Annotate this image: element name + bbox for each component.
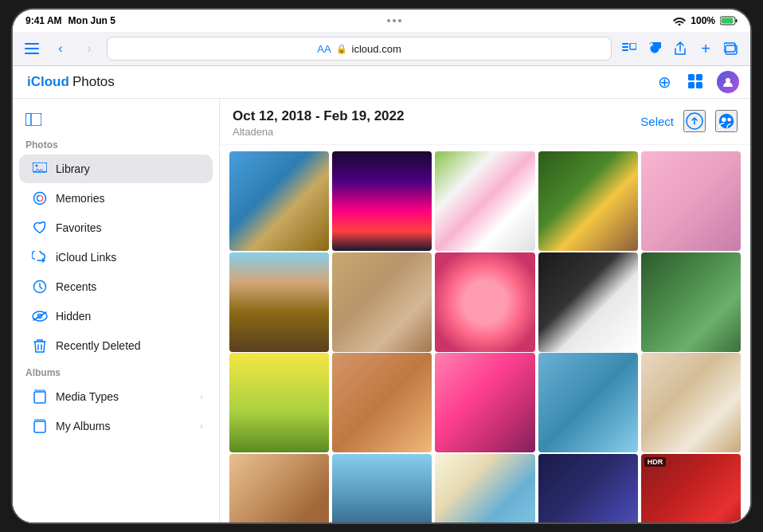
icloud-topbar-right: ⊕ — [653, 71, 739, 93]
photo-cell[interactable] — [229, 151, 329, 251]
photo-cell[interactable] — [641, 151, 741, 251]
icloud-links-icon — [32, 249, 48, 265]
my-albums-icon — [32, 418, 48, 434]
photo-cell[interactable] — [435, 454, 534, 525]
tabs-button[interactable] — [720, 37, 742, 60]
svg-rect-5 — [25, 53, 39, 54]
sidebar-item-my-albums[interactable]: My Albums › — [19, 412, 213, 440]
header-actions: Select — [640, 108, 738, 132]
icloud-topbar: iCloud Photos ⊕ — [13, 66, 750, 99]
svg-rect-7 — [622, 46, 628, 48]
hidden-label: Hidden — [56, 310, 203, 323]
photo-cell[interactable] — [435, 353, 534, 452]
library-label: Library — [56, 162, 203, 175]
icloud-app: iCloud Photos ⊕ — [13, 66, 750, 524]
battery-percent: 100% — [691, 15, 715, 26]
add-button[interactable]: ⊕ — [653, 71, 675, 93]
photo-cell[interactable] — [229, 454, 329, 525]
my-albums-chevron: › — [200, 421, 203, 432]
photo-cell[interactable] — [332, 353, 432, 452]
sidebar-item-hidden[interactable]: Hidden — [19, 302, 213, 331]
svg-rect-14 — [688, 82, 695, 88]
aa-label: AA — [317, 43, 331, 55]
svg-rect-25 — [34, 392, 45, 403]
photo-cell[interactable] — [641, 252, 741, 352]
browser-chrome: ‹ › AA 🔒 icloud.com — [13, 32, 750, 66]
photo-cell[interactable] — [435, 151, 534, 251]
main-area: Photos Library — [13, 99, 750, 524]
photo-cell[interactable] — [538, 454, 638, 525]
sidebar-item-media-types[interactable]: Media Types › — [19, 382, 213, 411]
svg-point-20 — [36, 165, 38, 167]
svg-point-30 — [727, 118, 731, 122]
svg-point-28 — [719, 114, 734, 128]
sidebar-item-favorites[interactable]: Favorites — [19, 213, 213, 242]
svg-rect-9 — [630, 43, 636, 49]
reload-button[interactable] — [644, 37, 666, 60]
user-avatar[interactable] — [717, 71, 739, 93]
reader-button[interactable] — [618, 37, 640, 60]
my-albums-label: My Albums — [56, 420, 192, 432]
photo-cell[interactable] — [538, 151, 638, 251]
photos-section-label: Photos — [13, 133, 219, 154]
memories-label: Memories — [56, 192, 203, 205]
recently-deleted-label: Recently Deleted — [56, 339, 203, 352]
svg-point-21 — [34, 193, 46, 205]
memories-icon — [32, 190, 48, 206]
recently-deleted-icon — [32, 338, 48, 354]
svg-rect-15 — [696, 82, 702, 88]
photo-cell-hdr[interactable]: HDR — [641, 454, 741, 525]
brand-name: iCloud — [27, 74, 69, 90]
header-left: Oct 12, 2018 - Feb 19, 2022 Altadena — [233, 108, 404, 138]
share-button[interactable] — [669, 37, 691, 60]
sidebar-item-recently-deleted[interactable]: Recently Deleted — [19, 331, 213, 360]
sidebar-item-library[interactable]: Library — [19, 155, 213, 183]
photo-cell[interactable] — [229, 353, 329, 452]
battery-icon — [720, 16, 738, 25]
address-bar[interactable]: AA 🔒 icloud.com — [107, 37, 612, 61]
status-date: Mon Jun 5 — [68, 15, 115, 26]
back-button[interactable]: ‹ — [49, 37, 72, 60]
svg-point-29 — [722, 117, 726, 122]
photo-cell[interactable] — [229, 252, 329, 352]
lock-icon: 🔒 — [336, 44, 347, 54]
photo-cell[interactable] — [332, 151, 432, 251]
upload-button[interactable] — [683, 110, 706, 132]
photo-cell[interactable] — [538, 353, 638, 452]
photo-cell[interactable] — [332, 252, 432, 352]
wifi-icon — [673, 16, 686, 25]
photo-grid: HDR — [220, 145, 750, 524]
photo-cell[interactable] — [332, 454, 432, 525]
select-button[interactable]: Select — [640, 115, 674, 128]
favorites-icon — [32, 220, 48, 236]
browser-actions: + — [618, 37, 742, 60]
media-types-label: Media Types — [56, 390, 192, 403]
sidebar-item-recents[interactable]: Recents — [19, 272, 213, 301]
photo-cell[interactable] — [435, 252, 534, 352]
photo-cell[interactable] — [641, 353, 741, 452]
svg-rect-26 — [34, 421, 45, 432]
icloud-brand: iCloud Photos — [24, 74, 115, 90]
share-people-button[interactable] — [715, 110, 738, 132]
svg-rect-2 — [736, 19, 738, 22]
svg-rect-13 — [696, 74, 702, 80]
app-name: Photos — [72, 74, 115, 90]
photo-cell[interactable] — [538, 252, 638, 352]
media-types-chevron: › — [200, 391, 203, 402]
new-tab-button[interactable]: + — [695, 37, 717, 60]
library-icon — [32, 161, 48, 177]
sidebar-toggle-button[interactable] — [21, 37, 43, 60]
status-time: 9:41 AM — [25, 15, 62, 26]
sidebar-item-icloud-links[interactable]: iCloud Links — [19, 243, 213, 272]
svg-rect-6 — [622, 43, 628, 45]
svg-rect-3 — [25, 43, 39, 45]
grid-view-button[interactable] — [685, 71, 707, 93]
albums-section-label: Albums — [13, 361, 219, 381]
sidebar-item-memories[interactable]: Memories — [19, 184, 213, 213]
location: Altadena — [233, 126, 404, 138]
forward-button[interactable]: › — [78, 37, 100, 60]
icloud-links-label: iCloud Links — [56, 251, 203, 264]
svg-rect-18 — [25, 113, 41, 126]
svg-rect-12 — [688, 74, 695, 80]
sidebar-collapse-button[interactable] — [25, 113, 41, 130]
